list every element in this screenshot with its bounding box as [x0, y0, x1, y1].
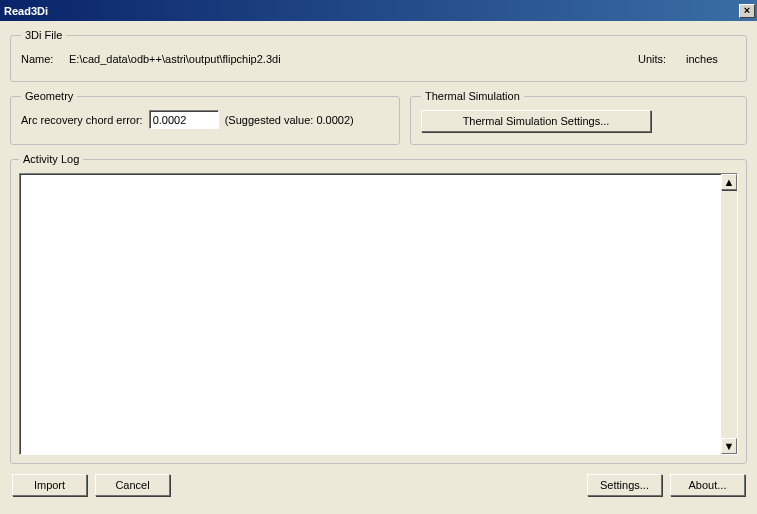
- dialog-body: 3Di File Name: E:\cad_data\odb++\astri\o…: [0, 21, 757, 504]
- arc-label: Arc recovery chord error:: [21, 114, 143, 126]
- dialog-title: Read3Di: [4, 5, 48, 17]
- chevron-down-icon: ▼: [724, 440, 735, 452]
- close-icon: ×: [744, 5, 750, 16]
- titlebar: Read3Di ×: [0, 0, 757, 21]
- cancel-button[interactable]: Cancel: [95, 474, 170, 496]
- scroll-up-button[interactable]: ▲: [721, 174, 737, 190]
- activity-legend: Activity Log: [19, 153, 83, 165]
- units-value: inches: [686, 53, 736, 65]
- name-label: Name:: [21, 53, 69, 65]
- thermal-group: Thermal Simulation Thermal Simulation Se…: [410, 90, 747, 145]
- bottom-button-bar: Import Cancel Settings... About...: [10, 474, 747, 496]
- scrollbar-vertical[interactable]: ▲ ▼: [721, 174, 737, 454]
- activity-group: Activity Log ▲ ▼: [10, 153, 747, 464]
- suggested-value-label: (Suggested value: 0.0002): [225, 114, 354, 126]
- scroll-down-button[interactable]: ▼: [721, 438, 737, 454]
- settings-button[interactable]: Settings...: [587, 474, 662, 496]
- file-group: 3Di File Name: E:\cad_data\odb++\astri\o…: [10, 29, 747, 82]
- file-path: E:\cad_data\odb++\astri\output\flipchip2…: [69, 53, 638, 65]
- geometry-legend: Geometry: [21, 90, 77, 102]
- thermal-settings-button[interactable]: Thermal Simulation Settings...: [421, 110, 651, 132]
- file-group-legend: 3Di File: [21, 29, 66, 41]
- thermal-legend: Thermal Simulation: [421, 90, 524, 102]
- arc-input[interactable]: [149, 110, 219, 129]
- units-label: Units:: [638, 53, 686, 65]
- import-button[interactable]: Import: [12, 474, 87, 496]
- chevron-up-icon: ▲: [724, 176, 735, 188]
- close-button[interactable]: ×: [739, 4, 755, 18]
- activity-log[interactable]: ▲ ▼: [19, 173, 738, 455]
- about-button[interactable]: About...: [670, 474, 745, 496]
- geometry-group: Geometry Arc recovery chord error: (Sugg…: [10, 90, 400, 145]
